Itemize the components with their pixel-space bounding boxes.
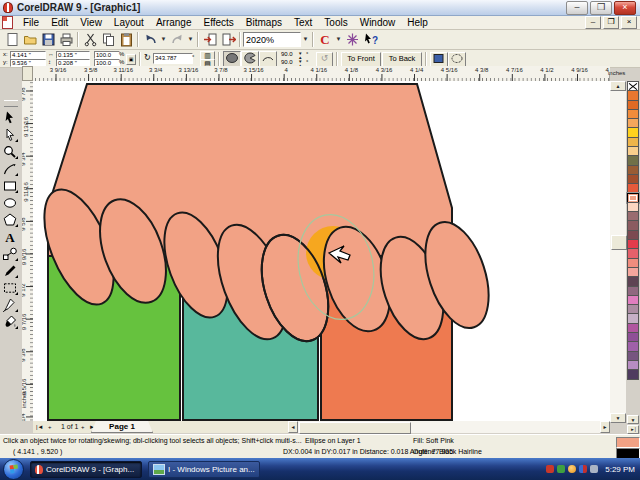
undo-dropdown[interactable]: ▼ [159,31,168,48]
menu-edit[interactable]: Edit [45,16,74,29]
color-palette: ▼ ►| [627,81,640,433]
undo-button[interactable] [141,31,159,48]
redo-button[interactable] [168,31,186,48]
copy-button[interactable] [99,31,117,48]
minimize-button[interactable]: – [566,1,588,15]
menu-text[interactable]: Text [288,16,318,29]
application-launcher-dropdown[interactable]: ▼ [334,31,343,48]
shape-tool[interactable] [1,127,19,143]
child-minimize-button[interactable]: – [585,16,601,29]
ruler-origin-box[interactable] [22,66,33,81]
ellipse-shape-button[interactable] [223,51,241,67]
menu-view[interactable]: View [74,16,108,29]
vruler-label: 9 13/16 [23,117,29,137]
menu-layout[interactable]: Layout [108,16,150,29]
scroll-right-button[interactable]: ► [600,421,610,433]
tray-icon-3[interactable] [568,465,576,473]
convert-to-curves-button[interactable] [448,52,466,67]
palette-expand-button[interactable]: ►| [627,425,639,434]
save-button[interactable] [39,31,57,48]
to-back-button[interactable]: To Back [382,52,422,67]
zoom-tool[interactable] [1,144,19,160]
scale-x-field[interactable]: 100.0 [94,51,120,59]
x-position-field[interactable]: 4.141 " [10,51,46,59]
child-close-button[interactable]: × [621,16,637,29]
taskbar-button-coreldraw[interactable]: CorelDRAW 9 - [Graph... [30,461,142,478]
interactive-blend-tool[interactable] [1,246,19,262]
scroll-down-button[interactable]: ▼ [610,413,626,423]
object-width-field[interactable]: 0.135 " [56,51,90,59]
add-page-before-button[interactable]: + [46,421,54,433]
fill-tool[interactable] [1,314,19,330]
restore-button[interactable]: ❒ [590,1,612,15]
hruler-label: 4 [276,67,296,73]
first-page-button[interactable]: |◄ [34,421,46,433]
taskbar-button-picture-viewer[interactable]: I - Windows Picture an... [148,461,260,478]
scroll-up-button[interactable]: ▲ [610,81,626,91]
pie-shape-button[interactable] [241,51,259,67]
polygon-tool[interactable] [1,212,19,228]
zoom-level-dropdown[interactable]: ▼ [301,31,310,48]
page-tab[interactable]: Page 1 [91,421,153,433]
palette-no-fill-swatch[interactable] [627,81,639,91]
import-button[interactable] [201,31,219,48]
menu-window[interactable]: Window [354,16,402,29]
menu-file[interactable]: File [17,16,45,29]
outline-tool[interactable] [1,297,19,313]
ellipse-tool[interactable] [1,195,19,211]
menu-effects[interactable]: Effects [197,16,239,29]
corel-community-button[interactable] [343,31,361,48]
eyedropper-tool[interactable] [1,263,19,279]
menu-tools[interactable]: Tools [318,16,353,29]
horizontal-scrollbar[interactable]: ◄ ► [288,421,610,433]
paste-button[interactable] [117,31,135,48]
tray-icon-2[interactable] [557,465,565,473]
close-button[interactable]: × [614,1,636,15]
palette-scroll-down-button[interactable]: ▼ [627,415,639,424]
vertical-scrollbar[interactable]: ▲ ▼ [610,81,626,423]
drawing-canvas[interactable] [33,81,610,421]
print-button[interactable] [57,31,75,48]
svg-text:A: A [5,230,15,244]
text-tool[interactable]: A [1,229,19,245]
rectangle-tool[interactable] [1,178,19,194]
whats-this-button[interactable]: ? [361,31,379,48]
menu-help[interactable]: Help [401,16,434,29]
nonproportional-lock-icon[interactable]: ▣ [126,54,136,65]
redo-dropdown[interactable]: ▼ [186,31,195,48]
tray-icon-1[interactable] [546,465,554,473]
vruler-label: 9 1/2 [22,283,26,296]
arc-start-spinner[interactable]: ▼▲ [298,52,302,59]
cut-button[interactable] [81,31,99,48]
interactive-transparency-tool[interactable] [1,280,19,296]
tray-icon-5[interactable] [590,465,598,473]
export-button[interactable] [219,31,237,48]
vertical-scroll-thumb[interactable] [611,235,627,250]
add-page-after-button[interactable]: + [79,421,87,433]
new-button[interactable] [3,31,21,48]
zoom-level-input[interactable]: 2020% [243,32,301,47]
hruler-label: 4 3/8 [472,67,492,73]
tray-icon-4[interactable] [579,465,587,473]
horizontal-scroll-thumb[interactable] [299,422,411,434]
arc-direction-button[interactable]: ↺ [316,52,333,67]
scroll-left-button[interactable]: ◄ [288,421,298,433]
child-restore-button[interactable]: ❒ [603,16,619,29]
palette-swatch[interactable] [627,369,639,379]
horizontal-ruler[interactable]: 3 9/163 5/83 11/163 3/43 13/163 7/83 15/… [33,66,610,82]
freehand-tool[interactable] [1,161,19,177]
toolbox-grip[interactable] [4,100,18,107]
document-icon[interactable] [2,16,13,29]
wrap-paragraph-text-button[interactable] [430,52,448,67]
arc-start-angle-value[interactable]: 90.0 [281,51,293,58]
menu-bitmaps[interactable]: Bitmaps [240,16,288,29]
arc-end-angle-value[interactable]: 90.0 [281,59,293,66]
rotation-angle-field[interactable]: 343.787 [153,53,193,64]
application-launcher-button[interactable]: C [316,31,334,48]
arc-shape-button[interactable] [259,51,277,67]
pick-tool[interactable] [1,110,19,126]
open-button[interactable] [21,31,39,48]
to-front-button[interactable]: To Front [341,52,381,67]
menu-arrange[interactable]: Arrange [150,16,198,29]
start-button[interactable] [3,459,24,480]
